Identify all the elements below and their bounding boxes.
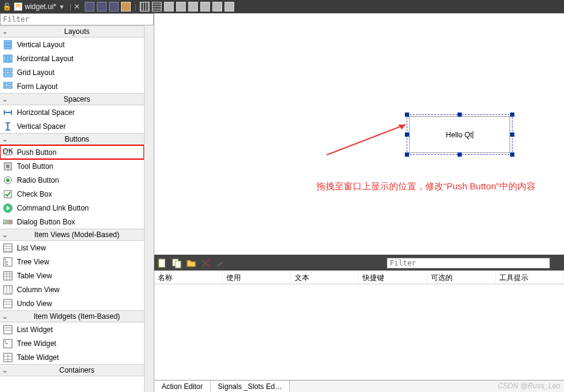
widget-horizontal-layout[interactable]: Horizontal Layout bbox=[0, 51, 144, 65]
horizontal-layout-icon bbox=[2, 54, 13, 64]
svg-point-47 bbox=[5, 341, 6, 342]
form-canvas[interactable]: Hello Qt 拖拽至窗口上显示的位置，修改“Push Button”中的内容 bbox=[154, 13, 564, 256]
resize-handle-se[interactable] bbox=[510, 152, 514, 157]
widget-tree-view[interactable]: Tree View bbox=[0, 255, 144, 269]
form-layout-icon bbox=[2, 82, 13, 91]
col-tooltip[interactable]: 工具提示 bbox=[496, 271, 564, 284]
svg-rect-43 bbox=[4, 325, 12, 334]
widget-table-widget[interactable]: Table Widget bbox=[0, 350, 144, 364]
widget-check-box[interactable]: Check Box bbox=[0, 187, 144, 201]
grid-layout-icon bbox=[2, 68, 13, 77]
category-containers[interactable]: ⌄ Containers bbox=[0, 364, 144, 376]
dropdown-caret-icon[interactable]: ▾ bbox=[60, 2, 64, 11]
widget-table-view[interactable]: Table View bbox=[0, 269, 144, 283]
push-button-instance[interactable]: Hello Qt bbox=[409, 116, 510, 153]
widget-filter-input[interactable] bbox=[1, 14, 153, 25]
resize-handle-s[interactable] bbox=[457, 152, 462, 157]
table-widget-icon bbox=[2, 353, 13, 362]
svg-rect-6 bbox=[4, 68, 7, 72]
col-checkable[interactable]: 可选的 bbox=[427, 271, 496, 284]
svg-rect-10 bbox=[4, 82, 6, 85]
layout-grid-icon[interactable] bbox=[200, 2, 210, 11]
svg-rect-32 bbox=[4, 272, 12, 280]
layout-grid2-icon[interactable] bbox=[188, 2, 198, 11]
layout-vsplit-icon[interactable] bbox=[176, 2, 186, 11]
widget-filter[interactable] bbox=[0, 13, 154, 25]
widget-horizontal-spacer[interactable]: Horizontal Spacer bbox=[0, 105, 144, 119]
widget-command-link-button[interactable]: Command Link Button bbox=[0, 201, 144, 215]
widget-radio-button[interactable]: Radio Button bbox=[0, 173, 144, 187]
scrollbar[interactable] bbox=[144, 25, 154, 392]
resize-handle-e[interactable] bbox=[510, 132, 514, 137]
col-use[interactable]: 使用 bbox=[223, 271, 291, 284]
svg-rect-5 bbox=[10, 55, 12, 62]
category-item-widgets[interactable]: ⌄ Item Widgets (Item-Based) bbox=[0, 310, 144, 322]
widget-tool-button[interactable]: Tool Button bbox=[0, 159, 144, 173]
radio-button-icon bbox=[2, 175, 13, 185]
svg-rect-4 bbox=[7, 55, 9, 62]
category-item-views[interactable]: ⌄ Item Views (Model-Based) bbox=[0, 229, 144, 241]
titlebar: 🔓 widget.ui* ▾ | ✕ | bbox=[0, 0, 564, 13]
file-name: widget.ui* bbox=[25, 2, 56, 11]
layout-hsplit-icon[interactable] bbox=[164, 2, 174, 11]
layout-v-icon[interactable] bbox=[152, 2, 162, 11]
settings-icon[interactable] bbox=[215, 258, 226, 269]
resize-handle-n[interactable] bbox=[457, 113, 462, 117]
col-shortcut[interactable]: 快捷键 bbox=[359, 271, 427, 284]
category-layouts[interactable]: ⌄ Layouts bbox=[0, 25, 144, 38]
tab-action-editor[interactable]: Action Editor bbox=[154, 381, 211, 392]
svg-rect-3 bbox=[4, 55, 6, 62]
resize-handle-nw[interactable] bbox=[405, 113, 409, 117]
undo-view-icon bbox=[2, 299, 13, 309]
layout-break-icon[interactable] bbox=[225, 2, 234, 11]
category-spacers[interactable]: ⌄ Spacers bbox=[0, 93, 144, 105]
toolbar-btn-3[interactable] bbox=[109, 2, 119, 11]
widget-list-view[interactable]: List View bbox=[0, 241, 144, 255]
toolbar-btn-4[interactable] bbox=[121, 2, 131, 11]
resize-handle-w[interactable] bbox=[405, 132, 409, 137]
widget-list: ⌄ Layouts Vertical Layout Horizontal Lay… bbox=[0, 25, 144, 392]
layout-h-icon[interactable] bbox=[140, 2, 149, 11]
widget-tree-widget[interactable]: Tree Widget bbox=[0, 336, 144, 350]
toolbar-btn-1[interactable] bbox=[85, 2, 94, 11]
layout-form-icon[interactable] bbox=[212, 2, 222, 11]
widget-vertical-spacer[interactable]: Vertical Spacer bbox=[0, 119, 144, 133]
push-button-icon: OK bbox=[2, 148, 13, 157]
col-text[interactable]: 文本 bbox=[291, 271, 359, 284]
svg-rect-55 bbox=[159, 259, 165, 267]
vertical-spacer-icon bbox=[2, 122, 13, 131]
action-filter-input[interactable] bbox=[387, 258, 550, 269]
toolbar-btn-2[interactable] bbox=[97, 2, 107, 11]
widget-form-layout[interactable]: Form Layout bbox=[0, 79, 144, 93]
bottom-tabs: Action Editor Signals _Slots Ed… CSDN @R… bbox=[154, 380, 564, 392]
delete-icon[interactable] bbox=[200, 258, 211, 269]
category-buttons[interactable]: ⌄ Buttons bbox=[0, 133, 144, 145]
resize-handle-ne[interactable] bbox=[510, 113, 514, 117]
col-name[interactable]: 名称 bbox=[154, 271, 223, 284]
svg-point-19 bbox=[6, 178, 10, 182]
horizontal-spacer-icon bbox=[2, 108, 13, 117]
svg-text:OK: OK bbox=[3, 148, 13, 155]
close-icon[interactable]: ✕ bbox=[74, 2, 80, 11]
svg-rect-13 bbox=[7, 86, 12, 88]
widget-dialog-button-box[interactable]: Dialog Button Box bbox=[0, 215, 144, 229]
widget-push-button[interactable]: OKPush Button bbox=[0, 145, 144, 159]
table-view-icon bbox=[2, 271, 13, 281]
action-filter[interactable] bbox=[387, 258, 550, 269]
widget-undo-view[interactable]: Undo View bbox=[0, 296, 144, 310]
chevron-down-icon: ⌄ bbox=[0, 366, 10, 374]
tab-signals-slots[interactable]: Signals _Slots Ed… bbox=[211, 381, 290, 392]
widget-list-widget[interactable]: List Widget bbox=[0, 322, 144, 336]
resize-handle-sw[interactable] bbox=[405, 152, 409, 157]
new-action-icon[interactable] bbox=[157, 258, 168, 269]
widget-column-view[interactable]: Column View bbox=[0, 283, 144, 296]
action-editor-panel: 名称 使用 文本 快捷键 可选的 工具提示 Action Editor Sign… bbox=[154, 256, 564, 392]
svg-line-53 bbox=[327, 125, 405, 155]
action-table-header: 名称 使用 文本 快捷键 可选的 工具提示 bbox=[154, 271, 564, 284]
folder-icon[interactable] bbox=[186, 258, 197, 269]
widget-grid-layout[interactable]: Grid Layout bbox=[0, 65, 144, 79]
copy-action-icon[interactable] bbox=[171, 258, 182, 269]
action-table: 名称 使用 文本 快捷键 可选的 工具提示 bbox=[154, 270, 564, 380]
svg-rect-8 bbox=[4, 73, 7, 77]
widget-vertical-layout[interactable]: Vertical Layout bbox=[0, 38, 144, 51]
